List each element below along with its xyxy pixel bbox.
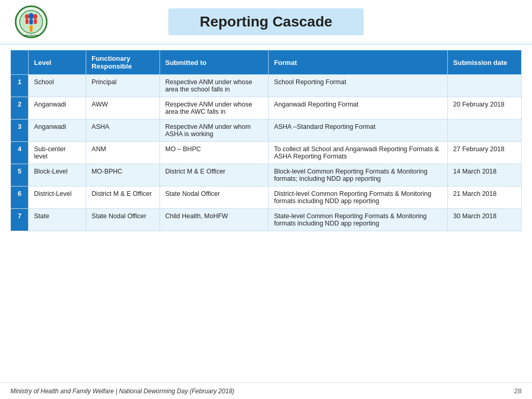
cell-date: 21 March 2018 xyxy=(448,187,522,209)
nhm-logo: राष्ट्रीय स्वास्थ्य मिशन xyxy=(15,5,48,38)
cell-format: District-level Common Reporting Formats … xyxy=(269,187,448,209)
cell-date xyxy=(448,119,522,142)
title-banner: Reporting Cascade xyxy=(168,8,363,35)
cell-functionary: District M & E Officer xyxy=(86,187,160,209)
cell-format: School Reporting Format xyxy=(269,75,448,97)
cell-level: Anganwadi xyxy=(29,97,86,119)
cell-level: State xyxy=(29,209,86,231)
svg-point-8 xyxy=(30,25,33,29)
main-content: Level Functionary Responsible Submitted … xyxy=(0,45,532,382)
cell-functionary: ANM xyxy=(86,142,160,164)
cell-submitted_to: Child Health, MoHFW xyxy=(160,209,269,231)
header: राष्ट्रीय स्वास्थ्य मिशन Reporting Casca… xyxy=(0,0,532,45)
row-number: 2 xyxy=(11,97,29,119)
row-number: 6 xyxy=(11,187,29,209)
table-row: 5Block-LevelMO-BPHCDistrict M & E Office… xyxy=(11,164,522,187)
page-number: 28 xyxy=(514,387,522,395)
col-header-format: Format xyxy=(269,50,448,75)
cell-functionary: AWW xyxy=(86,97,160,119)
cell-level: Sub-center level xyxy=(29,142,86,164)
cell-date: 27 February 2018 xyxy=(448,142,522,164)
page: राष्ट्रीय स्वास्थ्य मिशन Reporting Casca… xyxy=(0,0,532,399)
row-number: 1 xyxy=(11,75,29,97)
table-row: 3AnganwadiASHARespective ANM under whom … xyxy=(11,119,522,142)
cell-format: ASHA –Standard Reporting Format xyxy=(269,119,448,142)
cell-submitted_to: District M & E Officer xyxy=(160,164,269,187)
title-area: Reporting Cascade xyxy=(52,8,480,35)
cell-format: To collect all School and Anganwadi Repo… xyxy=(269,142,448,164)
cell-date xyxy=(448,75,522,97)
cell-date: 30 March 2018 xyxy=(448,209,522,231)
table-row: 7StateState Nodal OfficerChild Health, M… xyxy=(11,209,522,231)
svg-point-4 xyxy=(29,13,34,19)
cell-level: School xyxy=(29,75,86,97)
row-number: 5 xyxy=(11,164,29,187)
svg-rect-5 xyxy=(30,19,33,24)
table-row: 2AnganwadiAWWRespective ANM under whose … xyxy=(11,97,522,119)
cell-submitted_to: MO – BHPC xyxy=(160,142,269,164)
row-number: 7 xyxy=(11,209,29,231)
table-row: 1SchoolPrincipalRespective ANM under who… xyxy=(11,75,522,97)
svg-point-2 xyxy=(25,14,29,19)
cell-functionary: MO-BPHC xyxy=(86,164,160,187)
cell-submitted_to: Respective ANM under whose area the AWC … xyxy=(160,97,269,119)
col-header-date: Submission date xyxy=(448,50,522,75)
cell-level: Block-Level xyxy=(29,164,86,187)
reporting-table: Level Functionary Responsible Submitted … xyxy=(10,50,522,231)
cell-date: 20 February 2018 xyxy=(448,97,522,119)
svg-rect-9 xyxy=(30,29,33,32)
cell-functionary: ASHA xyxy=(86,119,160,142)
col-header-submitted-to: Submitted to xyxy=(160,50,269,75)
row-number: 3 xyxy=(11,119,29,142)
cell-functionary: State Nodal Officer xyxy=(86,209,160,231)
cell-submitted_to: Respective ANM under whose area the scho… xyxy=(160,75,269,97)
svg-rect-3 xyxy=(25,19,29,24)
cell-submitted_to: State Nodal Officer xyxy=(160,187,269,209)
cell-format: Block-level Common Reporting Formats & M… xyxy=(269,164,448,187)
col-header-functionary: Functionary Responsible xyxy=(86,50,160,75)
table-row: 4Sub-center levelANMMO – BHPCTo collect … xyxy=(11,142,522,164)
row-number: 4 xyxy=(11,142,29,164)
svg-text:राष्ट्रीय स्वास्थ्य मिशन: राष्ट्रीय स्वास्थ्य मिशन xyxy=(22,34,40,37)
cell-level: District-Level xyxy=(29,187,86,209)
svg-rect-7 xyxy=(34,19,37,24)
cell-level: Anganwadi xyxy=(29,119,86,142)
cell-date: 14 March 2018 xyxy=(448,164,522,187)
table-body: 1SchoolPrincipalRespective ANM under who… xyxy=(11,75,522,231)
cell-format: State-level Common Reporting Formats & M… xyxy=(269,209,448,231)
footer: Ministry of Health and Family Welfare | … xyxy=(0,382,532,399)
cell-submitted_to: Respective ANM under whom ASHA is workin… xyxy=(160,119,269,142)
logo-area: राष्ट्रीय स्वास्थ्य मिशन xyxy=(10,5,52,38)
table-row: 6District-LevelDistrict M & E OfficerSta… xyxy=(11,187,522,209)
col-header-level: Level xyxy=(29,50,86,75)
footer-text: Ministry of Health and Family Welfare | … xyxy=(10,388,234,395)
table-header-row: Level Functionary Responsible Submitted … xyxy=(11,50,522,75)
cell-functionary: Principal xyxy=(86,75,160,97)
page-title: Reporting Cascade xyxy=(200,14,332,30)
svg-point-6 xyxy=(33,14,37,19)
cell-format: Anganwadi Reporting Format xyxy=(269,97,448,119)
col-header-num xyxy=(11,50,29,75)
